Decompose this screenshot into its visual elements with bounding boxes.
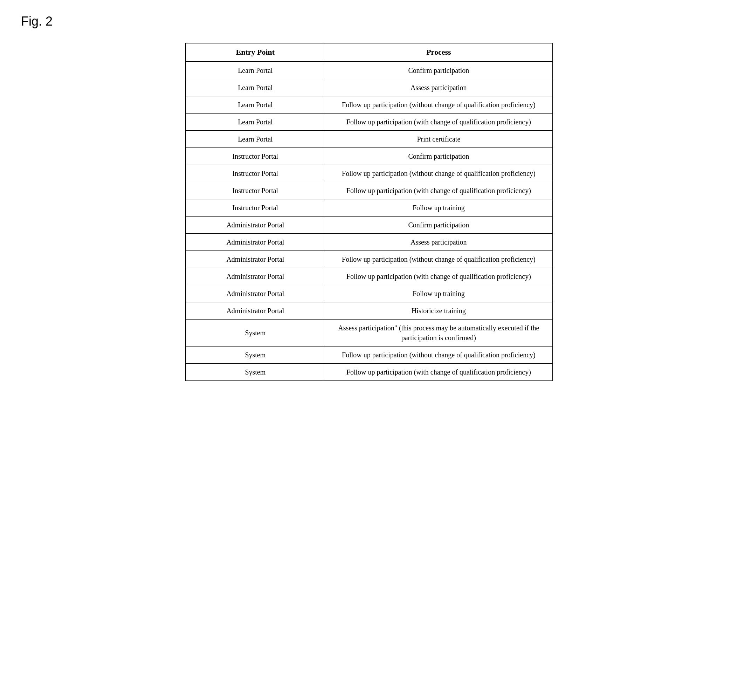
cell-entry-point: Learn Portal: [186, 96, 325, 113]
cell-process: Follow up participation (without change …: [325, 346, 553, 363]
cell-process: Follow up training: [325, 285, 553, 302]
table-row: Administrator PortalHistoricize training: [186, 302, 553, 319]
figure-label: Fig. 2: [21, 14, 717, 29]
header-process: Process: [325, 43, 553, 62]
cell-process: Follow up participation (with change of …: [325, 363, 553, 381]
table-row: Learn PortalAssess participation: [186, 79, 553, 96]
cell-process: Confirm participation: [325, 216, 553, 233]
table-row: Administrator PortalFollow up training: [186, 285, 553, 302]
cell-process: Historicize training: [325, 302, 553, 319]
table-row: Administrator PortalConfirm participatio…: [186, 216, 553, 233]
cell-process: Follow up participation (without change …: [325, 250, 553, 268]
cell-entry-point: Instructor Portal: [186, 182, 325, 199]
cell-entry-point: Administrator Portal: [186, 233, 325, 250]
cell-entry-point: Learn Portal: [186, 79, 325, 96]
table-row: SystemFollow up participation (without c…: [186, 346, 553, 363]
table-row: Instructor PortalConfirm participation: [186, 147, 553, 165]
cell-process: Follow up participation (with change of …: [325, 113, 553, 130]
cell-process: Follow up training: [325, 199, 553, 216]
cell-process: Follow up participation (without change …: [325, 96, 553, 113]
cell-entry-point: Administrator Portal: [186, 302, 325, 319]
header-entry-point: Entry Point: [186, 43, 325, 62]
cell-entry-point: Instructor Portal: [186, 165, 325, 182]
cell-entry-point: System: [186, 363, 325, 381]
table-row: SystemAssess participation" (this proces…: [186, 319, 553, 346]
table-row: Administrator PortalAssess participation: [186, 233, 553, 250]
cell-entry-point: Learn Portal: [186, 62, 325, 79]
cell-entry-point: Administrator Portal: [186, 285, 325, 302]
cell-process: Confirm participation: [325, 62, 553, 79]
cell-process: Follow up participation (with change of …: [325, 268, 553, 285]
cell-process: Follow up participation (without change …: [325, 165, 553, 182]
table-header-row: Entry Point Process: [186, 43, 553, 62]
cell-entry-point: Instructor Portal: [186, 199, 325, 216]
cell-entry-point: Learn Portal: [186, 130, 325, 147]
table-row: Learn PortalFollow up participation (wit…: [186, 113, 553, 130]
table-row: Instructor PortalFollow up participation…: [186, 165, 553, 182]
table-row: Administrator PortalFollow up participat…: [186, 268, 553, 285]
cell-entry-point: System: [186, 346, 325, 363]
cell-process: Confirm participation: [325, 147, 553, 165]
table-row: Instructor PortalFollow up participation…: [186, 182, 553, 199]
cell-process: Print certificate: [325, 130, 553, 147]
cell-entry-point: Administrator Portal: [186, 216, 325, 233]
table-container: Entry Point Process Learn PortalConfirm …: [185, 43, 553, 381]
table-row: SystemFollow up participation (with chan…: [186, 363, 553, 381]
table-row: Learn PortalConfirm participation: [186, 62, 553, 79]
cell-entry-point: Administrator Portal: [186, 268, 325, 285]
table-row: Learn PortalFollow up participation (wit…: [186, 96, 553, 113]
cell-entry-point: System: [186, 319, 325, 346]
cell-entry-point: Administrator Portal: [186, 250, 325, 268]
cell-entry-point: Instructor Portal: [186, 147, 325, 165]
table-row: Instructor PortalFollow up training: [186, 199, 553, 216]
cell-process: Assess participation: [325, 79, 553, 96]
cell-process: Assess participation" (this process may …: [325, 319, 553, 346]
table-row: Learn PortalPrint certificate: [186, 130, 553, 147]
cell-entry-point: Learn Portal: [186, 113, 325, 130]
cell-process: Assess participation: [325, 233, 553, 250]
main-table: Entry Point Process Learn PortalConfirm …: [185, 43, 553, 381]
cell-process: Follow up participation (with change of …: [325, 182, 553, 199]
table-row: Administrator PortalFollow up participat…: [186, 250, 553, 268]
